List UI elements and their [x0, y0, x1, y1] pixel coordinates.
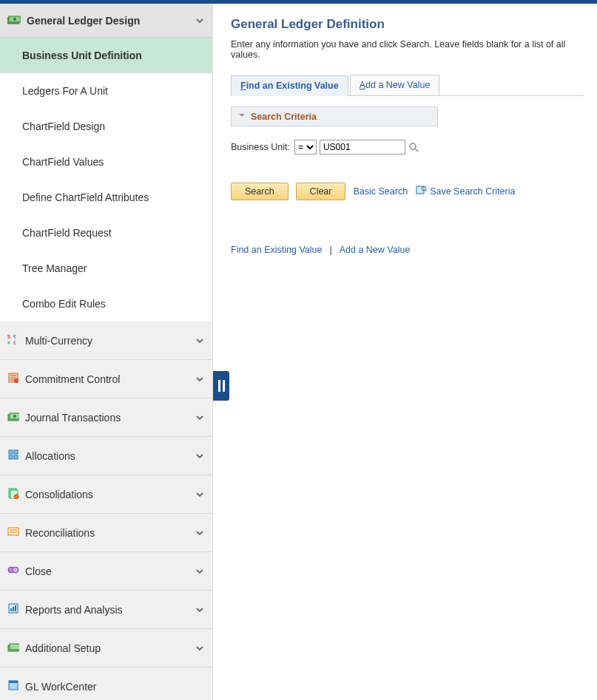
tab-add-rest: dd a New Value [365, 80, 430, 90]
search-criteria-label: Search Criteria [251, 112, 317, 122]
close-icon [7, 564, 19, 578]
journal-icon [7, 410, 19, 424]
svg-text:€: € [13, 334, 16, 339]
currency-icon: $€¥£ [7, 333, 19, 347]
clear-button[interactable]: Clear [296, 183, 346, 200]
sidebar-section-reconciliations[interactable]: Reconciliations [0, 514, 212, 552]
sidebar-item-define-chartfield-attributes[interactable]: Define ChartField Attributes [0, 180, 212, 215]
tab-add-prefix: A [360, 80, 365, 90]
save-search-criteria-link[interactable]: Save Search Criteria [430, 186, 515, 197]
main-content: General Ledger Definition Enter any info… [213, 4, 597, 700]
svg-rect-15 [14, 455, 18, 459]
chevron-down-icon [195, 451, 205, 461]
sidebar-toggle-handle[interactable] [213, 371, 229, 401]
search-criteria-bar[interactable]: Search Criteria [231, 106, 438, 126]
lookup-icon[interactable] [408, 142, 419, 152]
svg-rect-29 [9, 681, 18, 683]
chevron-down-icon [195, 489, 205, 500]
sidebar-item-chartfield-values[interactable]: ChartField Values [0, 144, 212, 180]
setup-icon [7, 641, 19, 655]
separator: | [329, 245, 331, 255]
bottom-links: Find an Existing Value | Add a New Value [231, 245, 584, 255]
svg-text:$: $ [7, 334, 10, 339]
svg-point-8 [14, 378, 18, 383]
svg-rect-12 [9, 450, 13, 454]
add-new-value-link[interactable]: Add a New Value [340, 245, 411, 255]
svg-point-2 [13, 18, 16, 21]
basic-search-link[interactable]: Basic Search [353, 186, 408, 197]
sidebar-section-close[interactable]: Close [0, 552, 212, 591]
svg-point-18 [14, 495, 18, 499]
svg-line-34 [425, 190, 427, 191]
sidebar-section-label: Close [25, 565, 52, 577]
chevron-down-icon [195, 605, 205, 615]
sidebar-section-label: Consolidations [25, 489, 93, 500]
svg-rect-23 [10, 608, 12, 611]
svg-text:£: £ [13, 340, 16, 345]
search-button[interactable]: Search [231, 183, 289, 200]
chevron-down-icon [195, 643, 205, 653]
svg-rect-13 [14, 450, 18, 454]
sidebar-section-additional-setup[interactable]: Additional Setup [0, 629, 212, 667]
sidebar-section-allocations[interactable]: Allocations [0, 437, 212, 475]
sidebar-section-label: Additional Setup [25, 642, 101, 654]
ledger-icon [7, 14, 21, 27]
business-unit-input[interactable] [320, 140, 405, 154]
sidebar: General Ledger Design Business Unit Defi… [0, 4, 213, 700]
sidebar-item-ledgers-for-a-unit[interactable]: Ledgers For A Unit [0, 73, 212, 109]
sidebar-item-business-unit-definition[interactable]: Business Unit Definition [0, 38, 212, 73]
business-unit-operator-select[interactable]: = [294, 140, 317, 154]
sidebar-section-consolidations[interactable]: Consolidations [0, 475, 212, 514]
chevron-down-icon [195, 412, 205, 423]
commitment-icon [7, 372, 19, 386]
save-criteria-icon [415, 185, 427, 199]
sidebar-item-tree-manager[interactable]: Tree Manager [0, 251, 212, 286]
collapse-arrow-icon [237, 111, 246, 122]
sidebar-item-chartfield-request[interactable]: ChartField Request [0, 215, 212, 251]
chevron-down-icon [195, 374, 205, 384]
svg-point-21 [13, 567, 18, 573]
sidebar-item-combo-edit-rules[interactable]: Combo Edit Rules [0, 286, 212, 322]
tabs: Find an Existing Value Add a New Value [231, 75, 584, 96]
svg-rect-14 [9, 455, 13, 459]
tab-find-existing-value[interactable]: Find an Existing Value [231, 75, 348, 96]
sidebar-section-reports-and-analysis[interactable]: Reports and Analysis [0, 591, 212, 629]
sidebar-section-multi-currency[interactable]: $€¥£ Multi-Currency [0, 322, 212, 360]
instructions-text: Enter any information you have and click… [231, 39, 584, 60]
tab-find-rest: ind an Existing Value [246, 81, 339, 91]
chevron-down-icon [195, 16, 205, 26]
svg-rect-27 [10, 644, 19, 650]
chevron-down-icon [195, 566, 205, 577]
business-unit-label: Business Unit: [231, 142, 290, 152]
svg-rect-19 [8, 528, 18, 535]
sidebar-section-label: Commitment Control [25, 373, 120, 385]
tab-find-prefix: F [240, 81, 246, 91]
search-row-business-unit: Business Unit: = [231, 140, 584, 154]
find-existing-value-link[interactable]: Find an Existing Value [231, 245, 322, 255]
sidebar-header-label: General Ledger Design [27, 15, 140, 27]
page-title: General Ledger Definition [231, 17, 584, 32]
action-row: Search Clear Basic Search Save Search Cr… [231, 183, 584, 200]
sidebar-section-gl-workcenter[interactable]: GL WorkCenter [0, 667, 212, 700]
chevron-down-icon [195, 528, 205, 538]
sidebar-section-label: Multi-Currency [25, 335, 92, 347]
chevron-down-icon [195, 336, 205, 346]
sidebar-header-general-ledger-design[interactable]: General Ledger Design [0, 4, 212, 38]
pause-bars-icon [218, 380, 225, 392]
sidebar-section-label: Allocations [25, 450, 75, 462]
sidebar-section-label: Reports and Analysis [25, 604, 123, 616]
allocations-icon [7, 449, 19, 463]
sidebar-section-label: Reconciliations [25, 527, 95, 539]
sidebar-section-commitment-control[interactable]: Commitment Control [0, 360, 212, 398]
svg-rect-24 [13, 607, 14, 611]
svg-point-30 [410, 143, 416, 149]
reconciliations-icon [7, 526, 19, 540]
svg-point-11 [13, 415, 16, 418]
svg-text:¥: ¥ [7, 340, 10, 345]
sidebar-section-journal-transactions[interactable]: Journal Transactions [0, 398, 212, 437]
sidebar-item-chartfield-design[interactable]: ChartField Design [0, 109, 212, 144]
svg-line-31 [415, 149, 418, 152]
tab-add-new-value[interactable]: Add a New Value [350, 75, 440, 95]
workcenter-icon [7, 679, 19, 693]
consolidations-icon [7, 487, 19, 501]
